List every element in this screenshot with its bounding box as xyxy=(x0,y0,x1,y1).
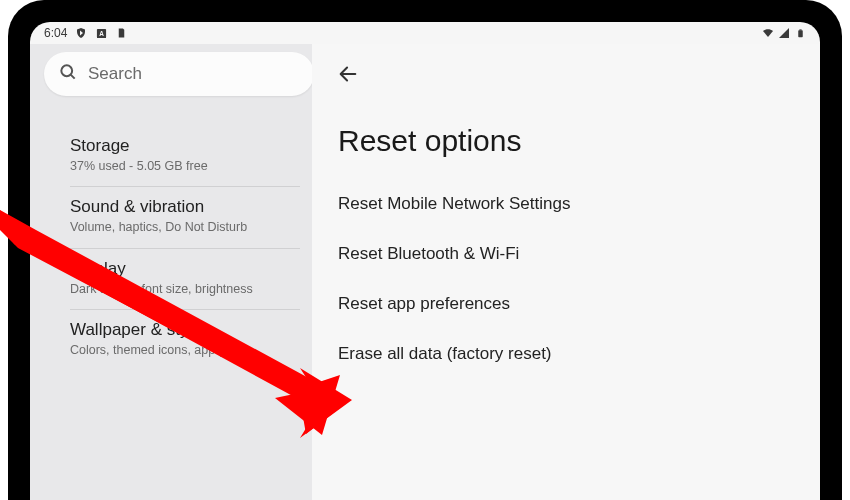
settings-list: Storage 37% used - 5.05 GB free Sound & … xyxy=(42,126,300,370)
wifi-icon xyxy=(762,27,774,39)
sidebar-item-subtitle: 37% used - 5.05 GB free xyxy=(70,158,260,174)
svg-line-6 xyxy=(71,75,75,79)
status-right xyxy=(762,27,806,39)
main-panel: Reset options Reset Mobile Network Setti… xyxy=(312,44,820,500)
sidebar-item-wallpaper[interactable]: Wallpaper & style Colors, themed icons, … xyxy=(70,310,300,370)
sidebar-item-display[interactable]: Display Dark theme, font size, brightnes… xyxy=(70,249,300,310)
sidebar-item-sound[interactable]: Sound & vibration Volume, haptics, Do No… xyxy=(70,187,300,248)
option-reset-bluetooth-wifi[interactable]: Reset Bluetooth & Wi-Fi xyxy=(338,244,796,264)
sidebar-item-subtitle: Colors, themed icons, app grid xyxy=(70,342,260,358)
clock: 6:04 xyxy=(44,26,67,40)
sidebar: Storage 37% used - 5.05 GB free Sound & … xyxy=(30,44,312,500)
device-frame: 6:04 A xyxy=(8,0,842,500)
sidebar-item-title: Storage xyxy=(70,136,300,156)
sidebar-item-title: Wallpaper & style xyxy=(70,320,300,340)
search-row xyxy=(42,52,300,96)
svg-text:A: A xyxy=(99,29,104,36)
back-row xyxy=(336,58,796,90)
status-bar: 6:04 A xyxy=(30,22,820,44)
svg-point-5 xyxy=(61,65,72,76)
content-body: Storage 37% used - 5.05 GB free Sound & … xyxy=(30,44,820,500)
square-a-icon: A xyxy=(95,27,107,39)
page-title: Reset options xyxy=(336,124,796,158)
svg-rect-4 xyxy=(799,29,801,30)
sidebar-item-storage[interactable]: Storage 37% used - 5.05 GB free xyxy=(70,126,300,187)
screen: 6:04 A xyxy=(30,22,820,500)
status-left: 6:04 A xyxy=(44,26,127,40)
search-input[interactable] xyxy=(88,64,300,84)
cell-signal-icon xyxy=(778,27,790,39)
sidebar-item-title: Display xyxy=(70,259,300,279)
reset-options-list: Reset Mobile Network Settings Reset Blue… xyxy=(336,194,796,364)
sidebar-item-subtitle: Volume, haptics, Do Not Disturb xyxy=(70,219,260,235)
page-icon xyxy=(115,27,127,39)
option-reset-mobile-network[interactable]: Reset Mobile Network Settings xyxy=(338,194,796,214)
sidebar-item-title: Sound & vibration xyxy=(70,197,300,217)
battery-icon xyxy=(794,27,806,39)
search-icon xyxy=(58,62,78,86)
search-box[interactable] xyxy=(44,52,314,96)
option-erase-all-data[interactable]: Erase all data (factory reset) xyxy=(338,344,796,364)
back-button[interactable] xyxy=(336,62,360,86)
svg-rect-3 xyxy=(798,30,803,37)
option-reset-app-preferences[interactable]: Reset app preferences xyxy=(338,294,796,314)
shield-icon xyxy=(75,27,87,39)
arrow-left-icon xyxy=(337,63,359,85)
sidebar-item-subtitle: Dark theme, font size, brightness xyxy=(70,281,260,297)
